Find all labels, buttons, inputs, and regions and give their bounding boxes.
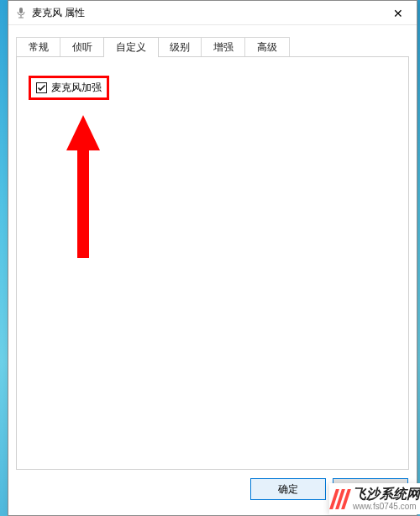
svg-rect-0 [19,8,23,13]
tab-content: 麦克风加强 [16,57,409,470]
watermark: 飞沙系统网 www.fs0745.com [329,483,420,514]
tab-general[interactable]: 常规 [16,37,61,56]
watermark-url: www.fs0745.com [353,502,420,511]
dialog-window: 麦克风 属性 ✕ 常规 侦听 自定义 级别 增强 高级 麦克风加强 确定 [8,0,417,516]
close-icon: ✕ [393,7,403,20]
tab-label: 高级 [257,40,277,55]
tab-levels[interactable]: 级别 [157,37,202,56]
window-title: 麦克风 属性 [32,6,85,20]
titlebar: 麦克风 属性 ✕ [8,1,417,25]
watermark-name: 飞沙系统网 [353,487,420,502]
annotation-arrow-icon [66,115,100,258]
checkbox-box [36,82,47,93]
tab-label: 侦听 [72,40,92,55]
tab-advanced[interactable]: 高级 [244,37,290,56]
tab-label: 自定义 [116,40,146,55]
ok-button[interactable]: 确定 [250,478,326,500]
microphone-icon [15,7,27,18]
svg-marker-3 [66,115,100,258]
tab-row: 常规 侦听 自定义 级别 增强 高级 [16,37,409,57]
tab-label: 增强 [213,40,234,55]
tab-label: 常规 [29,40,49,55]
tab-baseline [16,56,409,57]
checkbox-label: 麦克风加强 [51,81,102,95]
checkmark-icon [37,83,46,92]
watermark-bars-icon [329,489,351,509]
tab-custom[interactable]: 自定义 [103,37,159,57]
tab-enhance[interactable]: 增强 [201,37,246,56]
button-label: 确定 [278,482,298,497]
close-button[interactable]: ✕ [379,1,417,25]
tab-label: 级别 [170,40,190,55]
mic-boost-checkbox[interactable]: 麦克风加强 [29,76,109,100]
tab-listen[interactable]: 侦听 [60,37,105,56]
